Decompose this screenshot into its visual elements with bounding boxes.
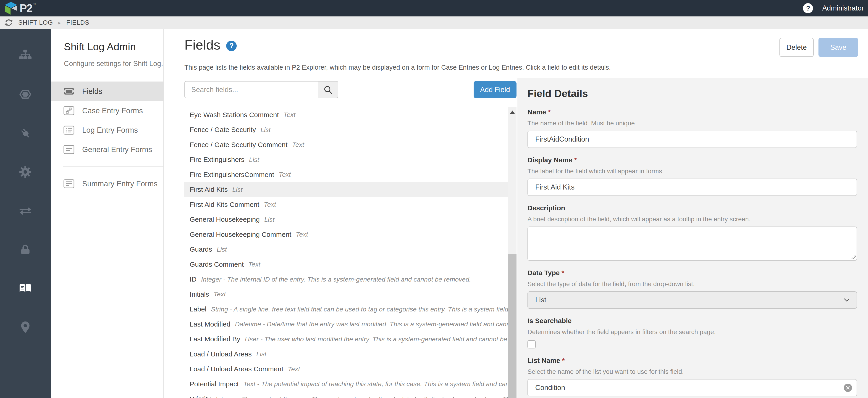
top-bar: P2 ® ? Administrator [0, 0, 868, 17]
required-asterisk: * [562, 357, 565, 364]
page-description: This page lists the fields available in … [184, 64, 611, 71]
nav-item-label: Summary Entry Forms [82, 180, 157, 188]
nav-item-general-entry-forms[interactable]: General Entry Forms [51, 140, 163, 159]
breadcrumb-fields[interactable]: FIELDS [66, 19, 89, 26]
nav-item-summary-entry-forms[interactable]: Summary Entry Forms [51, 174, 163, 193]
list-item[interactable]: Load / Unload Areas CommentText [184, 362, 508, 377]
rail-gear-icon[interactable] [18, 165, 33, 179]
nav-item-label: Fields [82, 87, 102, 96]
refresh-icon[interactable] [5, 19, 13, 27]
summary-form-icon [63, 179, 74, 188]
list-item[interactable]: Eye Wash Stations CommentText [184, 107, 508, 122]
data-type-field-group: Data Type* Select the type of data for t… [527, 269, 857, 309]
list-item[interactable]: PriorityInteger - The priority of the ca… [184, 392, 508, 398]
user-menu[interactable]: Administrator [822, 4, 864, 12]
display-name-field[interactable] [527, 179, 857, 196]
chevron-down-icon [843, 298, 850, 302]
list-item[interactable]: IDInteger - The internal ID of the entry… [184, 272, 508, 287]
add-field-button[interactable]: Add Field [474, 81, 517, 98]
list-item[interactable]: Guards CommentText [184, 257, 508, 272]
name-field[interactable] [527, 131, 857, 148]
field-type: String - A single line, free text field … [211, 306, 508, 313]
list-item[interactable]: GuardsList [184, 242, 508, 257]
data-type-selected-value: List [535, 296, 546, 304]
list-item[interactable]: Last Modified ByUser - The user who last… [184, 332, 508, 347]
list-item[interactable]: Fire ExtinguishersCommentText [184, 167, 508, 182]
display-name-field-group: Display Name* The label for the field wh… [527, 156, 857, 196]
rail-lock-icon[interactable] [18, 242, 33, 257]
help-icon[interactable]: ? [803, 3, 813, 13]
list-item[interactable]: General HousekeepingList [184, 212, 508, 227]
rail-logbook-icon[interactable] [18, 281, 33, 296]
rail-map-marker-icon[interactable] [18, 320, 33, 335]
nav-divider [63, 166, 163, 167]
data-type-help-text: Select the type of data for the field, f… [527, 280, 857, 288]
field-type: Text - The potential impact of reaching … [243, 380, 508, 388]
list-item[interactable]: General Housekeeping CommentText [184, 227, 508, 242]
is-searchable-checkbox[interactable] [527, 340, 536, 348]
field-name: Label [190, 305, 206, 313]
scroll-up-button[interactable] [508, 107, 517, 117]
list-item[interactable]: InitialsText [184, 287, 508, 302]
list-name-help-text: Select the name of the list you want to … [527, 368, 857, 375]
list-item[interactable]: Fence / Gate SecurityList [184, 122, 508, 137]
field-name: Load / Unload Areas Comment [190, 365, 283, 373]
p2-logo[interactable]: P2 ® [4, 1, 36, 15]
admin-nav: Fields Case Entry Forms Log Entry Forms [51, 82, 163, 193]
description-field-group: Description A brief description of the f… [527, 204, 857, 261]
field-type: List [232, 186, 242, 193]
resize-grip-icon[interactable] [851, 255, 856, 259]
rail-hierarchy-icon[interactable] [18, 48, 33, 63]
field-name: Initials [190, 290, 209, 298]
search-input[interactable] [184, 81, 318, 98]
description-field[interactable] [527, 226, 857, 261]
breadcrumb-shift-log[interactable]: SHIFT LOG [18, 19, 53, 26]
display-name-help-text: The label for the field which will appea… [527, 167, 857, 175]
fields-help-icon[interactable]: ? [226, 41, 237, 51]
display-name-label: Display Name [527, 156, 572, 164]
list-item[interactable]: LabelString - A single line, free text f… [184, 302, 508, 317]
list-item[interactable]: Load / Unload AreasList [184, 347, 508, 362]
admin-panel-title: Shift Log Admin [64, 41, 163, 53]
list-item[interactable]: Fire ExtinguishersList [184, 152, 508, 167]
field-name: Fire ExtinguishersComment [190, 171, 274, 179]
field-name: Load / Unload Areas [190, 350, 252, 358]
field-type: Text [292, 141, 304, 148]
ticket-icon [63, 87, 74, 96]
nav-item-case-entry-forms[interactable]: Case Entry Forms [51, 101, 163, 120]
description-label: Description [527, 204, 565, 212]
is-searchable-help-text: Determines whether the field appears in … [527, 328, 857, 336]
save-button[interactable]: Save [818, 38, 858, 57]
list-item[interactable]: First Aid KitsList [184, 182, 508, 197]
rail-transfer-arrows-icon[interactable] [18, 204, 33, 218]
field-type: Text [283, 111, 296, 119]
list-scrollbar[interactable] [508, 107, 517, 398]
field-name: First Aid Kits [190, 186, 228, 193]
list-name-field[interactable] [527, 379, 857, 396]
field-type: Text [296, 231, 308, 238]
case-form-icon [63, 106, 74, 115]
field-details-panel: Field Details Name* The name of the fiel… [518, 78, 868, 398]
search-button[interactable] [318, 81, 338, 98]
list-item[interactable]: Potential ImpactText - The potential imp… [184, 376, 508, 392]
list-item[interactable]: Fence / Gate Security CommentText [184, 137, 508, 152]
field-name: Fence / Gate Security Comment [190, 141, 287, 149]
data-type-select[interactable]: List [527, 292, 857, 309]
field-name: General Housekeeping [190, 216, 260, 223]
list-item[interactable]: First Aid Kits CommentText [184, 197, 508, 212]
field-name: Potential Impact [190, 380, 239, 388]
field-name: Last Modified By [190, 335, 240, 343]
rail-hexagon-icon[interactable] [18, 87, 33, 102]
list-item[interactable]: Last ModifiedDatetime - Date/time that t… [184, 317, 508, 332]
field-name: Priority [190, 395, 211, 398]
scrollbar-thumb[interactable] [508, 254, 517, 398]
delete-button[interactable]: Delete [779, 38, 814, 57]
required-asterisk: * [574, 156, 577, 164]
nav-item-log-entry-forms[interactable]: Log Entry Forms [51, 120, 163, 140]
clear-icon[interactable] [844, 384, 852, 392]
main-content: Fields ? Delete Save This page lists the… [164, 29, 868, 398]
nav-item-fields[interactable]: Fields [51, 82, 163, 101]
field-list: Eye Wash Stations CommentTextFence / Gat… [184, 107, 508, 398]
p2-logo-icon [4, 1, 18, 15]
rail-plug-icon[interactable] [18, 126, 33, 141]
